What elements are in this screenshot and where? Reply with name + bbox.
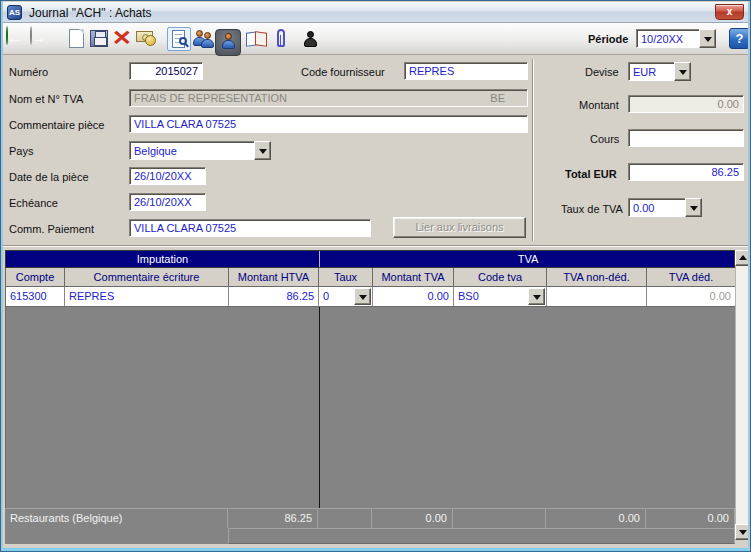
open-book-shape	[246, 31, 268, 45]
comm-paiement-label: Comm. Paiement	[9, 223, 94, 235]
floppy-shape	[90, 30, 108, 47]
col-montant-htva: Montant HTVA	[229, 268, 319, 286]
total-eur-label: Total EUR	[565, 168, 617, 180]
user-icon[interactable]	[300, 27, 324, 51]
window-title: Journal "ACH" : Achats	[29, 6, 152, 20]
scroll-up-icon[interactable]	[735, 250, 751, 266]
cell-taux-value: 0	[323, 290, 329, 302]
totals-label: Restaurants (Belgique)	[5, 509, 228, 528]
app-window: AS Journal "ACH" : Achats x ← → ✕	[0, 0, 751, 552]
periode-label: Période	[588, 33, 628, 45]
supplier-icon[interactable]	[216, 27, 240, 51]
cell-commentaire[interactable]: REPRES	[65, 287, 229, 306]
cell-montant-htva[interactable]: 86.25	[229, 287, 319, 306]
totals-montant-tva: 0.00	[372, 509, 453, 528]
toolbar: ← → ✕ Période 10/20XX	[2, 23, 749, 55]
chevron-down-icon[interactable]	[674, 62, 691, 81]
echeance-label: Echéance	[9, 197, 58, 209]
cell-montant-tva[interactable]: 0.00	[373, 287, 454, 306]
pays-dropdown[interactable]: Belgique	[129, 141, 271, 160]
delete-icon[interactable]: ✕	[110, 27, 134, 51]
chevron-down-icon[interactable]	[685, 198, 702, 217]
echeance-field[interactable]: 26/10/20XX	[129, 193, 206, 211]
suppliers-icon[interactable]	[193, 27, 217, 51]
close-icon[interactable]: x	[715, 4, 744, 20]
form-vertical-divider	[532, 59, 534, 241]
cell-code-tva-value: BS0	[458, 290, 479, 302]
scrollbar-track[interactable]	[735, 266, 751, 524]
numero-label: Numéro	[9, 66, 48, 78]
totals-row: Restaurants (Belgique) 86.25 0.00 0.00 0…	[5, 508, 735, 528]
person-shape	[222, 33, 234, 49]
pays-value: Belgique	[129, 141, 255, 160]
form-table-divider	[3, 245, 748, 247]
new-document-icon[interactable]	[65, 27, 89, 51]
col-tva-non-ded: TVA non-déd.	[547, 268, 647, 286]
code-fournisseur-field[interactable]: REPRES	[404, 62, 528, 80]
devise-label: Devise	[585, 66, 619, 78]
totals-tva-non-ded: 0.00	[546, 509, 646, 528]
taux-tva-label: Taux de TVA	[561, 203, 623, 215]
col-tva-ded: TVA déd.	[647, 268, 736, 286]
forward-icon[interactable]: →	[30, 27, 54, 51]
table-column-headers: Compte Commentaire écriture Montant HTVA…	[5, 268, 735, 287]
numero-field[interactable]: 2015027	[129, 62, 203, 80]
search-doc-shape	[167, 27, 191, 51]
attachment-icon[interactable]	[270, 27, 294, 51]
taux-tva-value: 0.00	[628, 198, 686, 217]
commentaire-piece-field[interactable]: VILLA CLARA 07525	[129, 115, 528, 133]
col-taux: Taux	[319, 268, 373, 286]
group-tva: TVA	[319, 251, 736, 267]
total-eur-field[interactable]: 86.25	[628, 163, 744, 181]
totals-bar: Restaurants (Belgique) 86.25 0.00 0.00 0…	[5, 508, 735, 544]
chevron-down-icon[interactable]	[254, 141, 271, 160]
cours-label: Cours	[590, 133, 619, 145]
periode-dropdown[interactable]: 10/20XX	[636, 29, 716, 48]
chevron-down-icon[interactable]	[699, 29, 716, 48]
nom-tva-suffix: BE	[490, 91, 523, 106]
journal-icon[interactable]	[245, 27, 269, 51]
table-empty-area	[5, 307, 735, 508]
taux-tva-dropdown[interactable]: 0.00	[628, 198, 702, 217]
totals-code-empty	[453, 509, 546, 528]
page-shape	[69, 29, 84, 48]
help-button[interactable]: ?	[729, 28, 750, 49]
table-group-header: Imputation TVA	[5, 250, 735, 268]
code-fournisseur-label: Code fournisseur	[301, 66, 385, 78]
chevron-down-icon[interactable]	[354, 288, 371, 305]
lier-aux-livraisons-button[interactable]: Lier aux livraisons	[393, 217, 526, 238]
back-icon[interactable]: ←	[6, 27, 30, 51]
montant-field: 0.00	[628, 95, 744, 113]
devise-value: EUR	[628, 62, 675, 81]
paperclip-shape	[277, 29, 285, 47]
scroll-down-icon[interactable]	[735, 524, 751, 540]
col-code-tva: Code tva	[454, 268, 547, 286]
cell-tva-ded: 0.00	[647, 287, 736, 306]
cell-tva-non-ded[interactable]	[547, 287, 647, 306]
search-document-icon[interactable]	[167, 27, 191, 51]
totals-tva-ded: 0.00	[646, 509, 735, 528]
montant-label: Montant	[579, 99, 619, 111]
magnifier-shape	[179, 37, 187, 45]
cell-compte[interactable]: 615300	[6, 287, 65, 306]
commentaire-piece-label: Commentaire pièce	[9, 119, 104, 131]
nom-tva-field: FRAIS DE REPRESENTATION BE	[129, 89, 528, 107]
payment-icon[interactable]	[134, 27, 158, 51]
nom-tva-value: FRAIS DE REPRESENTATION	[134, 91, 287, 106]
col-compte: Compte	[6, 268, 65, 286]
col-montant-tva: Montant TVA	[373, 268, 454, 286]
app-icon: AS	[7, 5, 22, 20]
table-row: 615300 REPRES 86.25 0 0.00 BS0 0.00	[5, 287, 735, 307]
comm-paiement-field[interactable]: VILLA CLARA 07525	[129, 219, 371, 237]
person-shape	[201, 32, 213, 48]
banknote-shape	[136, 31, 153, 42]
devise-dropdown[interactable]: EUR	[628, 62, 691, 81]
cell-code-tva-dropdown[interactable]: BS0	[454, 287, 547, 306]
cell-taux-dropdown[interactable]: 0	[319, 287, 373, 306]
date-piece-field[interactable]: 26/10/20XX	[129, 167, 206, 185]
totals-taux-empty	[318, 509, 372, 528]
title-bar: AS Journal "ACH" : Achats x	[2, 2, 749, 23]
imputation-tva-separator	[319, 307, 320, 508]
cours-field[interactable]	[628, 129, 744, 147]
chevron-down-icon[interactable]	[528, 288, 545, 305]
